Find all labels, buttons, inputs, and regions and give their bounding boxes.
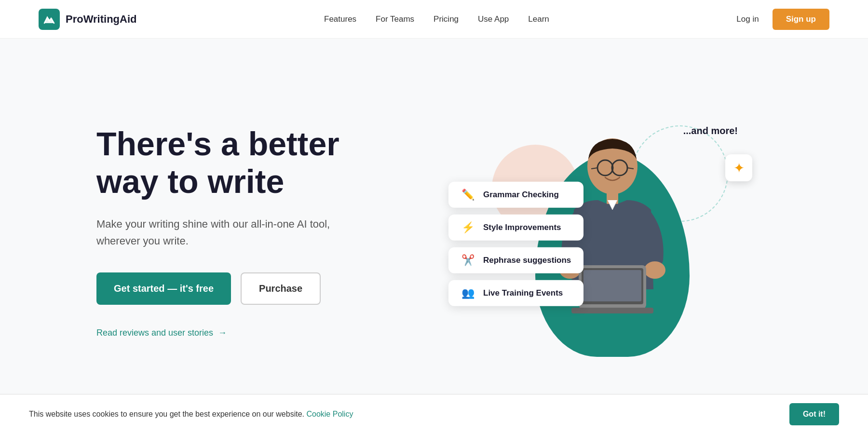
feature-cards: ✏️ Grammar Checking ⚡ Style Improvements… — [448, 182, 583, 306]
hero-right: ✏️ Grammar Checking ⚡ Style Improvements… — [415, 92, 810, 371]
brand-logo[interactable]: ProWritingAid — [39, 9, 136, 30]
nav-learn[interactable]: Learn — [528, 14, 549, 24]
style-label: Style Improvements — [483, 223, 561, 232]
training-label: Live Training Events — [483, 288, 563, 298]
rephrase-icon: ✂️ — [459, 254, 476, 267]
arrow-icon: → — [218, 328, 227, 338]
and-more-label: ...and more! — [683, 125, 738, 136]
hero-left: There's a better way to write Make your … — [96, 125, 415, 339]
nav-links: Features For Teams Pricing Use App Learn — [324, 14, 549, 24]
hero-buttons: Get started — it's free Purchase — [96, 272, 415, 305]
get-started-button[interactable]: Get started — it's free — [96, 272, 231, 305]
cookie-text: This website uses cookies to ensure you … — [29, 410, 353, 419]
brand-name: ProWritingAid — [66, 13, 136, 26]
style-icon: ⚡ — [459, 221, 476, 234]
nav-use-app[interactable]: Use App — [478, 14, 509, 24]
signup-button[interactable]: Sign up — [773, 9, 829, 30]
nav-for-teams[interactable]: For Teams — [376, 14, 414, 24]
hero-section: There's a better way to write Make your … — [0, 39, 868, 415]
rephrase-label: Rephrase suggestions — [483, 256, 571, 265]
feature-card-style: ⚡ Style Improvements — [448, 215, 583, 241]
reviews-link[interactable]: Read reviews and user stories → — [96, 328, 415, 338]
training-icon: 👥 — [459, 287, 476, 299]
svg-rect-11 — [583, 270, 641, 301]
svg-point-8 — [644, 261, 665, 279]
got-it-button[interactable]: Got it! — [789, 403, 839, 425]
feature-card-training: 👥 Live Training Events — [448, 280, 583, 306]
navbar: ProWritingAid Features For Teams Pricing… — [0, 0, 868, 39]
grammar-icon: ✏️ — [459, 189, 476, 201]
person-container: ✏️ Grammar Checking ⚡ Style Improvements… — [477, 96, 747, 366]
cookie-banner: This website uses cookies to ensure you … — [0, 394, 868, 434]
nav-pricing[interactable]: Pricing — [434, 14, 459, 24]
sparkle-icon: ✦ — [733, 160, 745, 176]
hero-subtitle: Make your writing shine with our all-in-… — [96, 216, 347, 249]
feature-card-rephrase: ✂️ Rephrase suggestions — [448, 247, 583, 273]
hero-title: There's a better way to write — [96, 125, 415, 200]
cookie-policy-link[interactable]: Cookie Policy — [306, 410, 353, 418]
svg-rect-12 — [571, 308, 653, 313]
login-link[interactable]: Log in — [736, 14, 759, 24]
purchase-button[interactable]: Purchase — [241, 272, 321, 305]
nav-right: Log in Sign up — [736, 9, 829, 30]
sparkle-badge: ✦ — [725, 154, 752, 181]
nav-features[interactable]: Features — [324, 14, 356, 24]
grammar-label: Grammar Checking — [483, 190, 559, 200]
logo-icon — [39, 9, 60, 30]
feature-card-grammar: ✏️ Grammar Checking — [448, 182, 583, 208]
